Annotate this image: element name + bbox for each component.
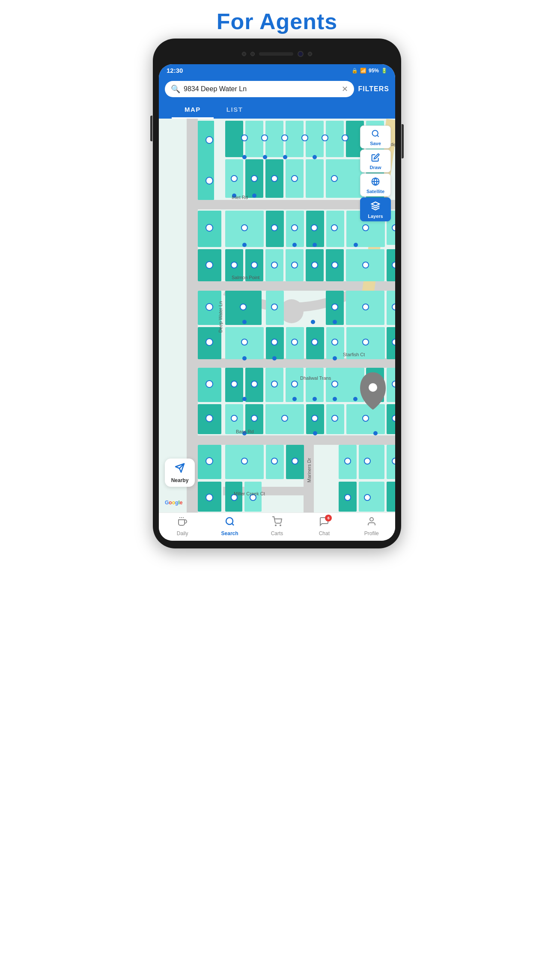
svg-point-213 [280, 525, 281, 526]
nav-carts[interactable]: Carts [262, 516, 292, 536]
svg-point-191 [369, 383, 377, 392]
svg-text:Inlet Rd: Inlet Rd [232, 195, 248, 200]
nav-chat[interactable]: 6 Chat [309, 516, 339, 536]
svg-rect-13 [225, 121, 243, 157]
nav-daily[interactable]: Daily [167, 516, 197, 536]
svg-rect-6 [187, 358, 395, 368]
svg-point-118 [311, 225, 317, 231]
svg-point-172 [242, 243, 247, 247]
signal-icon: 📶 [360, 68, 366, 74]
status-icons: 🔒 📶 95% 🔋 [351, 68, 387, 74]
nearby-button[interactable]: Nearby [165, 459, 195, 487]
svg-point-92 [206, 177, 213, 184]
clear-search-button[interactable]: ✕ [342, 84, 348, 94]
svg-point-170 [313, 155, 317, 159]
svg-rect-18 [326, 121, 344, 157]
svg-point-98 [206, 415, 213, 422]
camera-dot-2 [250, 52, 255, 56]
svg-rect-15 [265, 121, 283, 157]
status-time: 12:30 [167, 67, 183, 74]
svg-point-138 [231, 381, 237, 387]
svg-point-144 [231, 415, 237, 421]
tab-list[interactable]: LIST [214, 101, 256, 119]
svg-point-131 [363, 304, 369, 310]
svg-rect-82 [387, 482, 395, 512]
svg-point-184 [292, 397, 297, 401]
svg-point-106 [342, 135, 348, 141]
camera-dot-1 [242, 52, 246, 56]
svg-point-116 [271, 225, 277, 231]
svg-point-167 [263, 155, 267, 159]
search-input-box[interactable]: 🔍 9834 Deep Water Ln ✕ [165, 81, 354, 97]
svg-point-105 [322, 135, 328, 141]
svg-point-126 [332, 262, 338, 268]
map-tools: Save Draw [360, 125, 391, 221]
svg-text:Starfish Ct: Starfish Ct [343, 352, 365, 357]
svg-point-212 [275, 525, 276, 526]
svg-line-211 [232, 524, 233, 525]
svg-point-97 [206, 381, 213, 387]
filters-button[interactable]: FILTERS [358, 85, 389, 93]
svg-point-177 [242, 320, 247, 324]
page-headline: For Agents [217, 0, 338, 39]
svg-point-159 [392, 225, 395, 231]
svg-point-110 [251, 176, 257, 182]
svg-rect-17 [306, 121, 324, 157]
svg-rect-16 [286, 121, 304, 157]
svg-point-113 [331, 176, 337, 182]
nav-search[interactable]: Search [215, 516, 245, 536]
search-nav-label: Search [221, 530, 238, 536]
svg-point-158 [364, 494, 370, 500]
draw-tool-label: Draw [370, 165, 381, 170]
svg-text:Mariners Dr: Mariners Dr [307, 458, 312, 483]
svg-text:Bass Rd: Bass Rd [236, 429, 254, 434]
svg-point-189 [313, 431, 317, 435]
search-value: 9834 Deep Water Ln [184, 85, 338, 93]
svg-point-145 [251, 415, 257, 421]
map-container[interactable]: Inlet Rd Salmon Point Deep Water Ln Star… [159, 119, 395, 512]
svg-point-142 [332, 381, 338, 387]
daily-label: Daily [177, 530, 188, 536]
phone-speaker [259, 52, 293, 56]
svg-point-153 [345, 458, 351, 464]
layers-tool-button[interactable]: Layers [360, 197, 391, 221]
svg-point-163 [392, 381, 395, 387]
map-list-tabs: MAP LIST [159, 101, 395, 119]
svg-point-176 [354, 243, 358, 247]
svg-text:Miller Creek Ct: Miller Creek Ct [234, 491, 265, 496]
svg-point-181 [272, 356, 277, 360]
svg-point-129 [271, 304, 277, 310]
nav-profile[interactable]: Profile [357, 516, 387, 536]
svg-point-161 [392, 304, 395, 310]
svg-point-149 [363, 415, 369, 421]
svg-point-173 [292, 243, 297, 247]
svg-point-183 [242, 397, 247, 401]
save-tool-button[interactable]: Save [360, 125, 391, 149]
svg-point-103 [282, 135, 288, 141]
satellite-tool-button[interactable]: Satellite [360, 173, 391, 197]
tab-map[interactable]: MAP [172, 101, 214, 119]
carts-icon [272, 516, 282, 529]
svg-text:Deep Water Ln: Deep Water Ln [218, 301, 223, 333]
svg-point-133 [271, 339, 277, 345]
svg-point-179 [333, 320, 337, 324]
search-bar-area: 🔍 9834 Deep Water Ln ✕ FILTERS [159, 77, 395, 101]
bottom-nav: Daily Search [159, 512, 395, 541]
draw-icon [371, 153, 380, 164]
svg-line-203 [377, 135, 379, 137]
chat-badge-wrapper: 6 [319, 516, 329, 529]
svg-point-100 [206, 494, 213, 501]
google-watermark: Google [165, 500, 182, 506]
svg-point-175 [252, 194, 256, 198]
draw-tool-button[interactable]: Draw [360, 149, 391, 173]
lock-icon: 🔒 [351, 68, 358, 74]
svg-rect-73 [359, 482, 384, 512]
svg-point-95 [206, 304, 213, 310]
layers-tool-label: Layers [368, 214, 383, 219]
svg-point-109 [231, 176, 237, 182]
battery-text: 95% [369, 68, 379, 74]
search-nav-icon [225, 516, 235, 529]
search-icon: 🔍 [171, 84, 180, 94]
svg-point-146 [282, 415, 288, 421]
svg-point-190 [373, 431, 378, 435]
